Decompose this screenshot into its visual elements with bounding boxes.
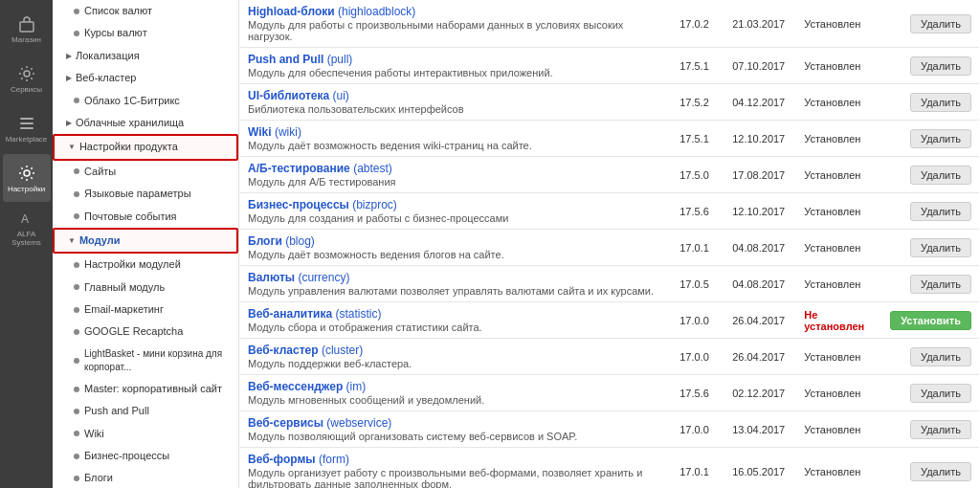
module-desc: Модуль сбора и отображения статистики са… [248,322,664,333]
module-info-cell: Веб-мессенджер (im) Модуль мгновенных со… [240,375,672,411]
module-name: Валюты (currency) [248,271,664,284]
module-date: 07.10.2017 [724,48,796,84]
delete-button[interactable]: Удалить [910,462,971,481]
module-action-cell[interactable]: Удалить [882,121,979,157]
module-action-cell[interactable]: Удалить [882,375,979,411]
bullet-icon [74,387,79,392]
delete-button[interactable]: Удалить [910,166,971,185]
module-action-cell[interactable]: Удалить [882,84,979,121]
delete-button[interactable]: Удалить [910,275,971,294]
module-name: Веб-аналитика (statistic) [248,307,664,321]
bullet-icon [74,409,79,414]
nav-item-main-module[interactable]: Главный модуль [53,277,238,299]
module-action-cell[interactable]: Удалить [882,266,979,302]
delete-button[interactable]: Удалить [910,202,971,221]
nav-item-email-marketing[interactable]: Email-маркетинг [53,299,238,321]
module-desc: Модуль мгновенных сообщений и уведомлени… [248,394,664,406]
sidebar-icon-shop[interactable]: Магазин [3,5,51,53]
module-desc: Библиотека пользовательских интерфейсов [248,103,664,115]
bullet-icon [74,454,79,459]
nav-item-localization[interactable]: ▶ Локализация [53,45,238,67]
module-desc: Модуль даёт возможность ведения блогов н… [248,249,664,260]
sidebar: Магазин Сервисы Marketplace Настройки A … [0,0,53,488]
module-date: 16.05.2017 [724,448,796,489]
module-status: Установлен [796,339,882,375]
nav-item-cloud-storage[interactable]: ▶ Облачные хранилища [53,112,238,134]
module-action-cell[interactable]: Удалить [882,193,979,230]
delete-button[interactable]: Удалить [910,384,971,403]
module-version: 17.0.0 [672,302,724,339]
sidebar-icon-services[interactable]: Сервисы [3,55,51,102]
delete-button[interactable]: Удалить [910,347,971,366]
nav-item-push-pull[interactable]: Push and Pull [53,400,238,422]
nav-item-exchange[interactable]: Курсы валют [53,22,238,44]
delete-button[interactable]: Удалить [910,14,971,33]
nav-item-google-recaptcha[interactable]: GOOGLE Recaptcha [53,321,238,343]
module-name: Веб-мессенджер (im) [248,380,664,393]
nav-item-modules[interactable]: ▼ Модули [53,228,238,254]
module-action-cell[interactable]: Удалить [882,411,979,448]
module-date: 26.04.2017 [724,339,796,375]
modules-table: Highload-блоки (highloadblock) Модуль дл… [239,0,980,488]
table-row: А/Б-тестирование (abtest) Модуль для А/Б… [240,157,979,193]
module-date: 04.12.2017 [724,84,796,121]
module-action-cell[interactable]: Удалить [882,339,979,375]
sidebar-icon-marketplace[interactable]: Marketplace [3,104,51,152]
module-name: Веб-формы (form) [248,453,664,466]
svg-point-1 [24,71,30,77]
module-info-cell: Веб-аналитика (statistic) Модуль сбора и… [240,302,672,339]
module-desc: Модуль для работы с произвольными набора… [248,19,664,42]
module-status: Не установлен [796,302,882,339]
bullet-icon [74,329,79,335]
module-version: 17.0.0 [672,411,724,448]
module-info-cell: Валюты (currency) Модуль управления валю… [240,266,672,302]
module-action-cell[interactable]: Удалить [882,448,979,489]
module-status: Установлен [796,0,882,48]
module-info-cell: Веб-сервисы (webservice) Модуль позволяю… [240,411,672,448]
main-content: Highload-блоки (highloadblock) Модуль дл… [239,0,980,488]
nav-item-master-corp[interactable]: Master: корпоративный сайт [53,378,238,400]
module-action-cell[interactable]: Удалить [882,157,979,193]
delete-button[interactable]: Удалить [910,56,971,76]
nav-item-lang-params[interactable]: Языковые параметры [53,183,238,205]
sidebar-icon-alfa[interactable]: A ALFA Systems [3,204,51,252]
svg-rect-0 [20,22,33,32]
nav-item-wiki[interactable]: Wiki [53,423,238,445]
nav-item-module-settings[interactable]: Настройки модулей [53,254,238,276]
module-version: 17.0.2 [672,0,724,48]
module-info-cell: Бизнес-процессы (bizproc) Модуль для соз… [240,193,672,230]
nav-item-bitrix1c[interactable]: Облако 1С-Битрикс [53,90,238,112]
module-desc: Модуль даёт возможность ведения wiki-стр… [248,140,664,151]
module-version: 17.0.1 [672,230,724,266]
module-action-cell[interactable]: Удалить [882,230,979,266]
module-version: 17.0.1 [672,448,724,489]
nav-item-sites[interactable]: Сайты [53,161,238,183]
delete-button[interactable]: Удалить [910,129,971,148]
install-button[interactable]: Установить [890,311,971,330]
module-info-cell: Push and Pull (pull) Модуль для обеспече… [240,48,672,84]
module-status: Установлен [796,411,882,448]
arrow-icon: ▶ [66,118,72,128]
nav-item-product-settings[interactable]: ▼ Настройки продукта [53,134,238,160]
module-desc: Модуль позволяющий организовать систему … [248,431,664,442]
svg-point-5 [24,170,30,176]
nav-item-blogs[interactable]: Блоги [53,467,238,488]
nav-item-lightbasket[interactable]: LightBasket - мини корзина для корпорат.… [53,344,238,378]
nav-item-webcluster[interactable]: ▶ Веб-кластер [53,67,238,89]
delete-button[interactable]: Удалить [910,238,971,257]
nav-panel: Список валют Курсы валют ▶ Локализация ▶… [53,0,239,488]
table-row: UI-библиотека (ui) Библиотека пользовате… [240,84,979,121]
bullet-icon [74,31,79,36]
module-date: 21.03.2017 [724,0,796,48]
nav-item-currencies[interactable]: Список валют [53,0,238,22]
delete-button[interactable]: Удалить [910,420,971,439]
module-date: 17.08.2017 [724,157,796,193]
module-date: 26.04.2017 [724,302,796,339]
delete-button[interactable]: Удалить [910,93,971,112]
module-action-cell[interactable]: Удалить [882,48,979,84]
module-action-cell[interactable]: Установить [882,302,979,339]
module-action-cell[interactable]: Удалить [882,0,979,48]
sidebar-icon-settings[interactable]: Настройки [3,154,51,202]
nav-item-biz-proc[interactable]: Бизнес-процессы [53,445,238,467]
nav-item-mail-events[interactable]: Почтовые события [53,206,238,228]
